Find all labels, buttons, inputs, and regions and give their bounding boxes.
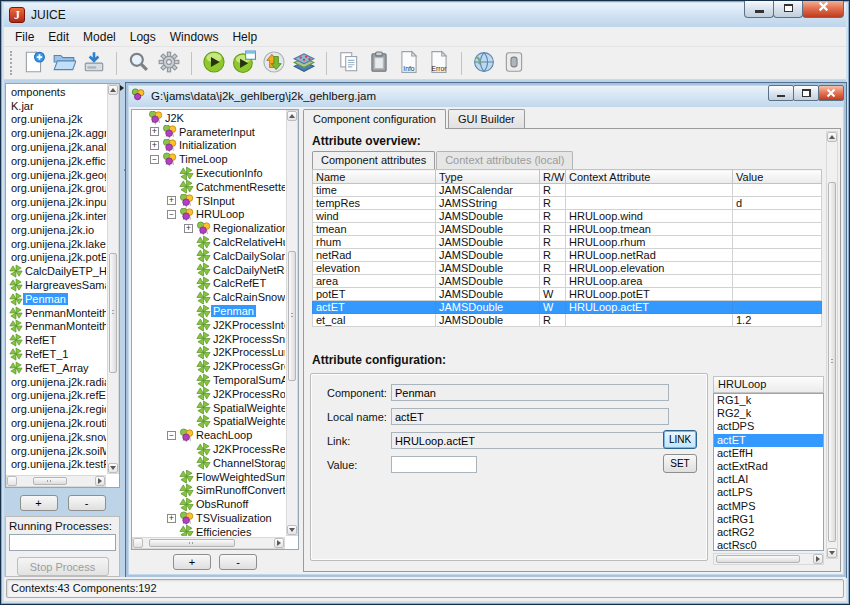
set-button[interactable]: SET: [663, 454, 697, 473]
tree-node[interactable]: Regionalization: [133, 221, 285, 235]
scrollbar-thumb[interactable]: [33, 477, 67, 485]
table-row[interactable]: rhum JAMSDouble R HRULoop.rhum: [313, 236, 822, 249]
layers-button[interactable]: [289, 49, 319, 78]
column-header[interactable]: Type: [436, 170, 540, 184]
link-button[interactable]: LINK: [663, 430, 697, 449]
table-row[interactable]: area JAMSDouble R HRULoop.area: [313, 275, 822, 288]
tree-node[interactable]: J2KProcessReachRo: [133, 442, 285, 456]
scroll-left-icon[interactable]: [133, 538, 143, 548]
tree-expander-icon[interactable]: [167, 196, 176, 205]
tree-node[interactable]: ExecutionInfo: [133, 166, 285, 180]
scroll-down-icon[interactable]: [287, 525, 297, 535]
tree-node[interactable]: CalcDailyNetRadiatio: [133, 263, 285, 277]
tree-node[interactable]: TemporalSumAggreg: [133, 373, 285, 387]
tree-horizontal-scrollbar[interactable]: [132, 537, 285, 549]
add-component-button[interactable]: +: [20, 495, 58, 511]
tree-expander-icon[interactable]: [184, 224, 193, 233]
list-item[interactable]: HargreavesSamar: [7, 278, 106, 292]
tree-remove-button[interactable]: -: [219, 554, 257, 570]
tree-node[interactable]: J2K: [133, 111, 285, 125]
tree-node[interactable]: J2KProcessRouting: [133, 387, 285, 401]
scroll-right-icon[interactable]: [95, 476, 105, 486]
model-minimize-button[interactable]: [768, 85, 794, 101]
list-item[interactable]: RefET: [7, 333, 106, 347]
sidebar-vertical-scrollbar[interactable]: [107, 84, 119, 474]
scrollbar-thumb[interactable]: [716, 555, 800, 563]
list-item[interactable]: actRG2: [714, 526, 823, 539]
local-name-field[interactable]: [391, 408, 669, 425]
list-item[interactable]: RG1_k: [714, 394, 823, 407]
table-row[interactable]: actET JAMSDouble W HRULoop.actET: [313, 301, 822, 314]
menu-item[interactable]: Model: [76, 28, 123, 46]
stop-process-button[interactable]: Stop Process: [17, 557, 109, 576]
tree-node[interactable]: CatchmentResetter: [133, 180, 285, 194]
scroll-up-icon[interactable]: [287, 111, 297, 121]
tree-node[interactable]: ChannelStorageAgg: [133, 456, 285, 470]
menu-item[interactable]: Edit: [41, 28, 76, 46]
column-header[interactable]: Context Attribute: [566, 170, 733, 184]
run-model-button[interactable]: [199, 49, 229, 78]
new-model-button[interactable]: [19, 49, 49, 78]
tree-node[interactable]: Efficiencies: [133, 525, 285, 536]
scroll-up-icon[interactable]: [827, 132, 837, 142]
attribute-tab[interactable]: Context attributes (local): [436, 151, 573, 169]
scroll-down-icon[interactable]: [108, 463, 118, 473]
list-item[interactable]: org.unijena.j2k.potET: [7, 251, 106, 265]
tree-node[interactable]: SpatialWeightedSum: [133, 401, 285, 415]
scroll-down-icon[interactable]: [827, 548, 837, 558]
list-item[interactable]: org.unijena.j2k.geogr: [7, 168, 106, 182]
device-button[interactable]: [499, 49, 529, 78]
attribute-tab[interactable]: Component attributes: [312, 151, 435, 169]
context-list-header[interactable]: HRULoop: [713, 376, 824, 393]
model-close-button[interactable]: [818, 85, 844, 101]
tree-node[interactable]: J2KProcessLumpedS: [133, 346, 285, 360]
tree-node[interactable]: TSVisualization: [133, 511, 285, 525]
copy-button[interactable]: [334, 49, 364, 78]
tree-node[interactable]: Penman: [133, 304, 285, 318]
table-row[interactable]: tmean JAMSDouble R HRULoop.tmean: [313, 223, 822, 236]
table-row[interactable]: time JAMSCalendar R: [313, 184, 822, 197]
tree-expander-icon[interactable]: [167, 431, 176, 440]
value-input[interactable]: [391, 456, 477, 473]
error-log-button[interactable]: Error: [424, 49, 454, 78]
list-item[interactable]: actRsc0: [714, 539, 823, 551]
menu-item[interactable]: File: [8, 28, 41, 46]
list-item[interactable]: actRG1: [714, 513, 823, 526]
tree-node[interactable]: CalcDailySolarRadia: [133, 249, 285, 263]
tree-node[interactable]: FlowWeightedSumAggre: [133, 470, 285, 484]
list-item[interactable]: actET: [714, 434, 823, 447]
list-item[interactable]: org.unijena.j2k.inputD: [7, 195, 106, 209]
web-button[interactable]: [469, 49, 499, 78]
close-button[interactable]: [802, 0, 844, 18]
minimize-button[interactable]: [744, 0, 774, 18]
list-item[interactable]: actDPS: [714, 420, 823, 433]
model-restore-button[interactable]: [793, 85, 819, 101]
tree-expander-icon[interactable]: [150, 127, 159, 136]
menu-item[interactable]: Logs: [123, 28, 163, 46]
list-item[interactable]: org.unijena.j2k: [7, 113, 106, 127]
list-item[interactable]: org.unijena.j2k.io: [7, 223, 106, 237]
remove-component-button[interactable]: -: [68, 495, 106, 511]
menu-item[interactable]: Windows: [163, 28, 226, 46]
tree-node[interactable]: CalcRelativeHumidit: [133, 235, 285, 249]
list-item[interactable]: org.unijena.j2k.region: [7, 402, 106, 416]
save-model-button[interactable]: [79, 49, 109, 78]
scroll-right-icon[interactable]: [813, 554, 823, 564]
tree-node[interactable]: ParameterInput: [133, 125, 285, 139]
tree-add-button[interactable]: +: [173, 554, 211, 570]
list-item[interactable]: org.unijena.j2k.radiat: [7, 375, 106, 389]
tree-node[interactable]: CalcRefET: [133, 277, 285, 291]
list-item[interactable]: PenmanMonteith: [7, 306, 106, 320]
list-item[interactable]: K.jar: [7, 99, 106, 113]
info-log-button[interactable]: Info: [394, 49, 424, 78]
tree-expander-icon[interactable]: [150, 141, 159, 150]
tree-expander-icon[interactable]: [167, 210, 176, 219]
context-list-horizontal-scrollbar[interactable]: [713, 553, 824, 565]
tree-node[interactable]: SpatialWeightedSum: [133, 415, 285, 429]
running-processes-list[interactable]: [9, 534, 116, 551]
tree-node[interactable]: Initialization: [133, 139, 285, 153]
list-item[interactable]: actMPS: [714, 500, 823, 513]
tree-node[interactable]: HRULoop: [133, 208, 285, 222]
list-item[interactable]: org.unijena.j2k.lake: [7, 237, 106, 251]
list-item[interactable]: org.unijena.j2k.routin: [7, 416, 106, 430]
